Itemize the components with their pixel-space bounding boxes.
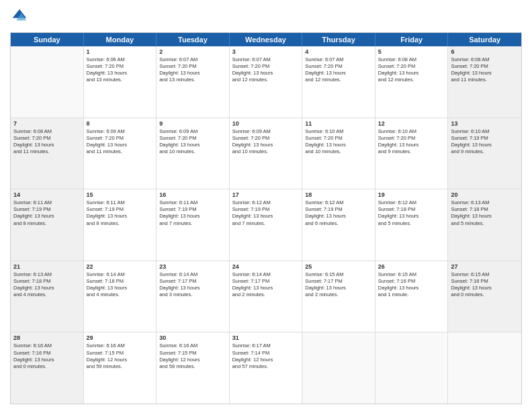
day-number: 7 xyxy=(13,120,81,127)
day-cell-10: 10Sunrise: 6:09 AM Sunset: 7:20 PM Dayli… xyxy=(230,118,303,189)
calendar-header: SundayMondayTuesdayWednesdayThursdayFrid… xyxy=(11,33,521,46)
day-info: Sunrise: 6:14 AM Sunset: 7:17 PM Dayligh… xyxy=(232,271,300,299)
day-cell-8: 8Sunrise: 6:09 AM Sunset: 7:20 PM Daylig… xyxy=(84,118,157,189)
day-number: 20 xyxy=(451,191,519,198)
day-number: 27 xyxy=(451,263,519,270)
day-info: Sunrise: 6:16 AM Sunset: 7:16 PM Dayligh… xyxy=(13,342,81,370)
week-row-1: 1Sunrise: 6:06 AM Sunset: 7:20 PM Daylig… xyxy=(11,46,521,118)
week-row-5: 28Sunrise: 6:16 AM Sunset: 7:16 PM Dayli… xyxy=(11,332,521,404)
day-cell-12: 12Sunrise: 6:10 AM Sunset: 7:20 PM Dayli… xyxy=(375,118,449,189)
header-day-thursday: Thursday xyxy=(302,33,375,46)
day-cell-9: 9Sunrise: 6:09 AM Sunset: 7:20 PM Daylig… xyxy=(157,118,230,189)
day-cell-6: 6Sunrise: 6:08 AM Sunset: 7:20 PM Daylig… xyxy=(448,46,521,118)
day-number: 6 xyxy=(451,48,519,55)
day-info: Sunrise: 6:16 AM Sunset: 7:15 PM Dayligh… xyxy=(87,342,154,370)
day-cell-24: 24Sunrise: 6:14 AM Sunset: 7:17 PM Dayli… xyxy=(230,261,303,332)
day-info: Sunrise: 6:16 AM Sunset: 7:15 PM Dayligh… xyxy=(159,342,226,370)
day-number: 16 xyxy=(159,191,226,198)
header-day-saturday: Saturday xyxy=(448,33,521,46)
day-info: Sunrise: 6:15 AM Sunset: 7:16 PM Dayligh… xyxy=(378,271,445,299)
day-info: Sunrise: 6:12 AM Sunset: 7:19 PM Dayligh… xyxy=(305,199,372,227)
day-number: 25 xyxy=(305,263,372,270)
day-info: Sunrise: 6:10 AM Sunset: 7:20 PM Dayligh… xyxy=(305,128,372,156)
day-number: 13 xyxy=(451,120,519,127)
day-cell-30: 30Sunrise: 6:16 AM Sunset: 7:15 PM Dayli… xyxy=(157,332,230,404)
day-info: Sunrise: 6:12 AM Sunset: 7:19 PM Dayligh… xyxy=(232,199,300,227)
day-number: 12 xyxy=(378,120,445,127)
logo xyxy=(10,7,32,26)
day-number: 24 xyxy=(232,263,300,270)
week-row-2: 7Sunrise: 6:08 AM Sunset: 7:20 PM Daylig… xyxy=(11,118,521,190)
calendar-body: 1Sunrise: 6:06 AM Sunset: 7:20 PM Daylig… xyxy=(11,46,521,404)
day-cell-19: 19Sunrise: 6:12 AM Sunset: 7:18 PM Dayli… xyxy=(375,189,449,261)
day-info: Sunrise: 6:17 AM Sunset: 7:14 PM Dayligh… xyxy=(232,342,300,370)
header-day-friday: Friday xyxy=(375,33,449,46)
day-info: Sunrise: 6:06 AM Sunset: 7:20 PM Dayligh… xyxy=(87,56,154,84)
day-number: 2 xyxy=(159,48,226,55)
calendar: SundayMondayTuesdayWednesdayThursdayFrid… xyxy=(10,32,522,404)
day-number: 29 xyxy=(87,334,154,341)
day-info: Sunrise: 6:11 AM Sunset: 7:19 PM Dayligh… xyxy=(159,199,226,227)
day-info: Sunrise: 6:07 AM Sunset: 7:20 PM Dayligh… xyxy=(159,56,226,84)
day-cell-11: 11Sunrise: 6:10 AM Sunset: 7:20 PM Dayli… xyxy=(302,118,375,189)
day-cell-18: 18Sunrise: 6:12 AM Sunset: 7:19 PM Dayli… xyxy=(302,189,375,261)
day-cell-7: 7Sunrise: 6:08 AM Sunset: 7:20 PM Daylig… xyxy=(11,118,84,189)
day-number: 14 xyxy=(13,191,81,198)
day-cell-17: 17Sunrise: 6:12 AM Sunset: 7:19 PM Dayli… xyxy=(230,189,303,261)
day-number: 28 xyxy=(13,334,81,341)
day-number: 19 xyxy=(378,191,445,198)
day-number: 10 xyxy=(232,120,300,127)
empty-cell xyxy=(11,46,84,118)
day-cell-23: 23Sunrise: 6:14 AM Sunset: 7:17 PM Dayli… xyxy=(157,261,230,332)
day-cell-26: 26Sunrise: 6:15 AM Sunset: 7:16 PM Dayli… xyxy=(375,261,449,332)
header-day-sunday: Sunday xyxy=(11,33,84,46)
day-info: Sunrise: 6:09 AM Sunset: 7:20 PM Dayligh… xyxy=(159,128,226,156)
day-number: 3 xyxy=(232,48,300,55)
day-number: 22 xyxy=(87,263,154,270)
day-cell-31: 31Sunrise: 6:17 AM Sunset: 7:14 PM Dayli… xyxy=(230,332,303,404)
header-day-wednesday: Wednesday xyxy=(230,33,303,46)
day-number: 31 xyxy=(232,334,300,341)
day-info: Sunrise: 6:08 AM Sunset: 7:20 PM Dayligh… xyxy=(451,56,519,84)
day-info: Sunrise: 6:10 AM Sunset: 7:19 PM Dayligh… xyxy=(451,128,519,156)
page: SundayMondayTuesdayWednesdayThursdayFrid… xyxy=(0,0,532,411)
day-cell-27: 27Sunrise: 6:15 AM Sunset: 7:16 PM Dayli… xyxy=(448,261,521,332)
empty-cell xyxy=(375,332,449,404)
day-number: 18 xyxy=(305,191,372,198)
day-info: Sunrise: 6:12 AM Sunset: 7:18 PM Dayligh… xyxy=(378,199,445,227)
day-number: 23 xyxy=(159,263,226,270)
day-cell-20: 20Sunrise: 6:13 AM Sunset: 7:18 PM Dayli… xyxy=(448,189,521,261)
empty-cell xyxy=(448,332,521,404)
day-cell-5: 5Sunrise: 6:08 AM Sunset: 7:20 PM Daylig… xyxy=(375,46,449,118)
week-row-4: 21Sunrise: 6:13 AM Sunset: 7:18 PM Dayli… xyxy=(11,261,521,333)
day-number: 21 xyxy=(13,263,81,270)
day-cell-13: 13Sunrise: 6:10 AM Sunset: 7:19 PM Dayli… xyxy=(448,118,521,189)
logo-icon xyxy=(10,7,29,26)
day-info: Sunrise: 6:07 AM Sunset: 7:20 PM Dayligh… xyxy=(305,56,372,84)
week-row-3: 14Sunrise: 6:11 AM Sunset: 7:19 PM Dayli… xyxy=(11,189,521,261)
day-info: Sunrise: 6:08 AM Sunset: 7:20 PM Dayligh… xyxy=(13,128,81,156)
day-info: Sunrise: 6:13 AM Sunset: 7:18 PM Dayligh… xyxy=(13,271,81,299)
header-day-monday: Monday xyxy=(84,33,157,46)
day-info: Sunrise: 6:11 AM Sunset: 7:19 PM Dayligh… xyxy=(13,199,81,227)
empty-cell xyxy=(302,332,375,404)
day-info: Sunrise: 6:10 AM Sunset: 7:20 PM Dayligh… xyxy=(378,128,445,156)
day-cell-14: 14Sunrise: 6:11 AM Sunset: 7:19 PM Dayli… xyxy=(11,189,84,261)
day-info: Sunrise: 6:11 AM Sunset: 7:19 PM Dayligh… xyxy=(87,199,154,227)
day-cell-28: 28Sunrise: 6:16 AM Sunset: 7:16 PM Dayli… xyxy=(11,332,84,404)
day-info: Sunrise: 6:09 AM Sunset: 7:20 PM Dayligh… xyxy=(232,128,300,156)
day-info: Sunrise: 6:08 AM Sunset: 7:20 PM Dayligh… xyxy=(378,56,445,84)
day-info: Sunrise: 6:15 AM Sunset: 7:16 PM Dayligh… xyxy=(451,271,519,299)
header-day-tuesday: Tuesday xyxy=(157,33,230,46)
day-info: Sunrise: 6:14 AM Sunset: 7:17 PM Dayligh… xyxy=(159,271,226,299)
day-cell-1: 1Sunrise: 6:06 AM Sunset: 7:20 PM Daylig… xyxy=(84,46,157,118)
day-number: 5 xyxy=(378,48,445,55)
day-number: 4 xyxy=(305,48,372,55)
day-cell-22: 22Sunrise: 6:14 AM Sunset: 7:18 PM Dayli… xyxy=(84,261,157,332)
day-number: 30 xyxy=(159,334,226,341)
day-cell-4: 4Sunrise: 6:07 AM Sunset: 7:20 PM Daylig… xyxy=(302,46,375,118)
day-number: 17 xyxy=(232,191,300,198)
day-cell-29: 29Sunrise: 6:16 AM Sunset: 7:15 PM Dayli… xyxy=(84,332,157,404)
day-info: Sunrise: 6:13 AM Sunset: 7:18 PM Dayligh… xyxy=(451,199,519,227)
day-cell-15: 15Sunrise: 6:11 AM Sunset: 7:19 PM Dayli… xyxy=(84,189,157,261)
